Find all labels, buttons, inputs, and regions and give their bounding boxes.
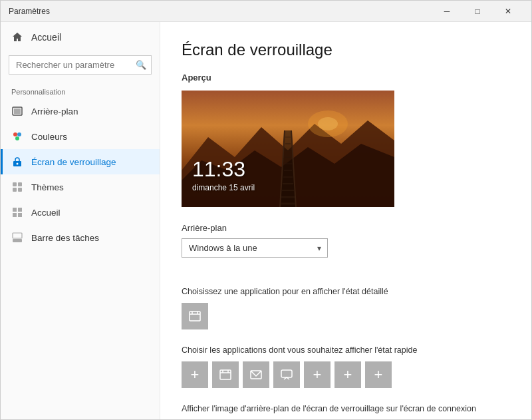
background-select[interactable]: Windows à la une Image Diaporama xyxy=(182,238,328,258)
main-content: Écran de verrouillage Aperçu xyxy=(160,22,531,419)
quick-app-add-2[interactable]: + xyxy=(304,361,331,388)
detailed-app-setting: Choisissez une application pour en affic… xyxy=(182,287,510,329)
search-icon: 🔍 xyxy=(136,60,146,70)
content-area: Accueil 🔍 Personnalisation Arrière-plan xyxy=(1,22,531,419)
svg-point-6 xyxy=(17,163,19,165)
quick-apps-label: Choisir les applications dont vous souha… xyxy=(182,345,501,355)
window-controls: ─ □ ✕ xyxy=(432,1,523,22)
quick-app-add-4[interactable]: + xyxy=(365,361,392,388)
lock-screen-preview: 11:33 dimanche 15 avril xyxy=(182,91,394,207)
quick-apps-setting: Choisir les applications dont vous souha… xyxy=(182,345,510,388)
detailed-app-label: Choisissez une application pour en affic… xyxy=(182,287,501,296)
search-box: 🔍 xyxy=(9,55,152,75)
sidebar-item-home[interactable]: Accueil xyxy=(1,22,160,53)
sidebar-label-start: Accueil xyxy=(31,208,61,218)
background-dropdown-wrapper: Windows à la une Image Diaporama ▾ xyxy=(182,238,328,258)
plus-icon-4: + xyxy=(374,367,383,382)
background-field-label: Arrière-plan xyxy=(182,223,510,233)
sidebar-item-background[interactable]: Arrière-plan xyxy=(1,99,160,124)
plus-icon-1: + xyxy=(191,367,200,382)
svg-rect-36 xyxy=(190,312,200,321)
sidebar-label-taskbar: Barre des tâches xyxy=(31,233,99,243)
svg-rect-9 xyxy=(13,188,17,192)
svg-rect-11 xyxy=(13,208,17,212)
connection-setting: Afficher l'image d'arrière-plan de l'écr… xyxy=(182,404,510,419)
close-button[interactable]: ✕ xyxy=(493,1,523,22)
titlebar: Paramètres ─ □ ✕ xyxy=(1,1,531,22)
svg-rect-10 xyxy=(18,188,22,192)
svg-rect-13 xyxy=(13,213,17,217)
background-setting: Arrière-plan Windows à la une Image Diap… xyxy=(182,223,510,271)
sidebar-label-lockscreen: Écran de verrouillage xyxy=(31,157,116,167)
minimize-button[interactable]: ─ xyxy=(432,1,462,22)
apercu-title: Aperçu xyxy=(182,73,510,83)
sidebar-label-background: Arrière-plan xyxy=(31,106,78,116)
svg-point-2 xyxy=(13,132,17,136)
home-label: Accueil xyxy=(31,32,61,43)
detailed-app-button[interactable] xyxy=(182,303,208,329)
quick-apps-row: + xyxy=(182,361,510,388)
quick-app-messages[interactable] xyxy=(273,361,300,388)
svg-rect-8 xyxy=(18,182,22,186)
svg-rect-7 xyxy=(13,182,17,186)
home-icon xyxy=(11,31,23,43)
svg-rect-16 xyxy=(13,233,22,238)
sidebar-item-taskbar[interactable]: Barre des tâches xyxy=(1,225,160,250)
svg-point-3 xyxy=(17,132,21,136)
plus-icon-2: + xyxy=(313,367,322,382)
page-title: Écran de verrouillage xyxy=(182,41,510,59)
sidebar-item-start[interactable]: Accueil xyxy=(1,200,160,225)
start-icon xyxy=(11,206,23,218)
svg-point-4 xyxy=(15,136,19,140)
sidebar-item-themes[interactable]: Thèmes xyxy=(1,174,160,200)
svg-rect-40 xyxy=(220,370,231,379)
window-title: Paramètres xyxy=(9,7,50,16)
connection-label: Afficher l'image d'arrière-plan de l'écr… xyxy=(182,404,501,413)
preview-time: 11:33 xyxy=(192,157,245,182)
sidebar-section-label: Personnalisation xyxy=(1,83,160,99)
search-input[interactable] xyxy=(9,55,152,75)
themes-icon xyxy=(11,181,23,193)
sidebar-label-themes: Thèmes xyxy=(31,182,64,192)
background-icon xyxy=(11,105,23,117)
sidebar-item-lockscreen[interactable]: Écran de verrouillage xyxy=(1,149,160,174)
quick-app-add-3[interactable]: + xyxy=(334,361,361,388)
preview-date: dimanche 15 avril xyxy=(192,183,255,192)
sidebar-item-colors[interactable]: Couleurs xyxy=(1,124,160,149)
svg-point-35 xyxy=(318,117,338,130)
plus-icon-3: + xyxy=(344,367,352,382)
sidebar: Accueil 🔍 Personnalisation Arrière-plan xyxy=(1,22,160,419)
lockscreen-icon xyxy=(11,156,23,168)
svg-rect-14 xyxy=(18,213,22,217)
quick-app-calendar[interactable] xyxy=(212,361,239,388)
detailed-app-row xyxy=(182,303,510,329)
svg-rect-15 xyxy=(13,239,22,242)
quick-app-mail[interactable] xyxy=(243,361,269,388)
svg-rect-45 xyxy=(281,370,292,377)
taskbar-icon xyxy=(11,232,23,244)
colors-icon xyxy=(11,130,23,142)
window: Paramètres ─ □ ✕ Accueil 🔍 xyxy=(0,0,532,420)
sidebar-label-colors: Couleurs xyxy=(31,132,67,142)
svg-rect-1 xyxy=(14,108,21,114)
svg-rect-12 xyxy=(18,208,22,212)
quick-app-add-1[interactable]: + xyxy=(182,361,208,388)
maximize-button[interactable]: □ xyxy=(462,1,493,22)
